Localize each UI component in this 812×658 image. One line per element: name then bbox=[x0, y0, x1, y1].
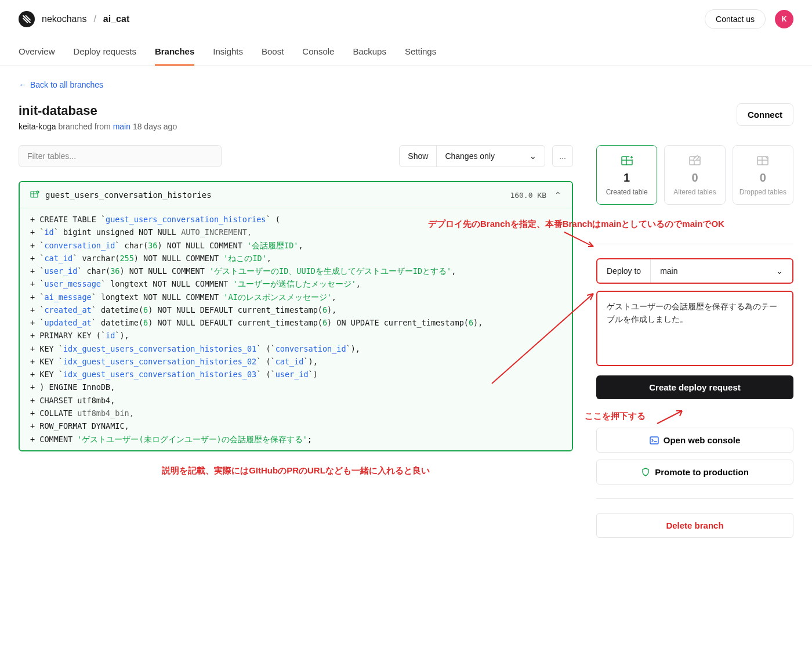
diff-line: + ROW_FORMAT DYNAMIC, bbox=[20, 420, 572, 432]
more-button[interactable]: ... bbox=[552, 145, 573, 167]
table-altered-icon bbox=[688, 154, 702, 168]
contact-button[interactable]: Contact us bbox=[705, 9, 766, 29]
diff-line: + `ai_message` longtext NOT NULL COMMENT… bbox=[20, 291, 572, 303]
branch-age: 18 days ago bbox=[133, 122, 177, 131]
org-name[interactable]: nekochans bbox=[42, 14, 86, 24]
diff-line: + COLLATE utf8mb4_bin, bbox=[20, 407, 572, 420]
stat-created: 1 Created table bbox=[596, 145, 657, 205]
deploy-to-select[interactable]: Deploy to main ⌄ bbox=[596, 258, 793, 284]
diff-line: + KEY `idx_guest_users_conversation_hist… bbox=[20, 355, 572, 368]
tab-insights[interactable]: Insights bbox=[213, 41, 243, 66]
show-label: Show bbox=[400, 146, 437, 167]
diff-line: + `user_message` longtext NOT NULL COMME… bbox=[20, 277, 572, 290]
svg-rect-15 bbox=[650, 437, 658, 444]
diff-body: + CREATE TABLE `guest_users_conversation… bbox=[20, 208, 572, 450]
branch-parent-link[interactable]: main bbox=[113, 122, 130, 131]
arrow-left-icon: ← bbox=[19, 80, 27, 89]
tab-branches[interactable]: Branches bbox=[155, 41, 194, 66]
diff-line: + `cat_id` varchar(255) NOT NULL COMMENT… bbox=[20, 252, 572, 265]
branch-user[interactable]: keita-koga bbox=[19, 122, 56, 131]
stat-dropped-num: 0 bbox=[760, 171, 766, 185]
branch-meta: keita-koga branched from main 18 days ag… bbox=[19, 122, 177, 131]
db-name[interactable]: ai_cat bbox=[103, 14, 129, 24]
stat-created-label: Created table bbox=[606, 188, 648, 196]
stat-altered: 0 Altered tables bbox=[664, 145, 725, 205]
tab-settings[interactable]: Settings bbox=[405, 41, 436, 66]
connect-button[interactable]: Connect bbox=[737, 103, 793, 126]
diff-line: + CHARSET utf8mb4, bbox=[20, 394, 572, 407]
show-value: Changes only bbox=[445, 151, 495, 161]
chevron-up-icon: ⌃ bbox=[554, 190, 561, 200]
diff-line: + ) ENGINE InnoDB, bbox=[20, 381, 572, 393]
diff-line: + KEY `idx_guest_users_conversation_hist… bbox=[20, 368, 572, 381]
diff-line: + `created_at` datetime(6) NOT NULL DEFA… bbox=[20, 303, 572, 316]
back-link[interactable]: ← Back to all branches bbox=[19, 80, 103, 89]
chevron-down-icon: ⌄ bbox=[530, 151, 536, 161]
shield-icon bbox=[641, 468, 650, 477]
stat-created-num: 1 bbox=[624, 171, 630, 185]
diff-table-name: guest_users_conversation_histories bbox=[45, 190, 212, 200]
tab-overview[interactable]: Overview bbox=[19, 41, 55, 66]
create-deploy-request-button[interactable]: Create deploy request bbox=[596, 375, 793, 399]
annotation-press: ここを押下する bbox=[585, 411, 646, 421]
stat-altered-num: 0 bbox=[691, 171, 698, 185]
diff-line: + `conversation_id` char(36) NOT NULL CO… bbox=[20, 239, 572, 252]
table-dropped-icon bbox=[756, 154, 770, 168]
logo[interactable] bbox=[19, 11, 35, 27]
console-icon bbox=[650, 436, 659, 445]
diff-line: + PRIMARY KEY (`id`), bbox=[20, 329, 572, 342]
deploy-description-textarea[interactable]: ゲストユーザーの会話履歴を保存する為のテーブルを作成しました。 bbox=[596, 291, 793, 366]
header: nekochans / ai_cat Contact us K bbox=[0, 0, 812, 29]
filter-tables-input[interactable] bbox=[19, 145, 222, 167]
back-link-text: Back to all branches bbox=[30, 80, 103, 89]
annotation-deploy: デプロイ先のBranchを指定、本番Branchはmainとしているのでmain… bbox=[428, 219, 724, 229]
open-web-console-button[interactable]: Open web console bbox=[596, 428, 793, 453]
promote-production-button[interactable]: Promote to production bbox=[596, 460, 793, 485]
tab-deploy-requests[interactable]: Deploy requests bbox=[74, 41, 136, 66]
diff-line: + COMMENT 'ゲストユーザー(未ログインユーザー)の会話履歴を保存する'… bbox=[20, 433, 572, 446]
show-select[interactable]: Show Changes only ⌄ bbox=[399, 145, 545, 167]
stat-dropped: 0 Dropped tables bbox=[733, 145, 793, 205]
nav-tabs: OverviewDeploy requestsBranchesInsightsB… bbox=[0, 41, 812, 66]
diff-line: + KEY `idx_guest_users_conversation_hist… bbox=[20, 342, 572, 355]
annotation-description: 説明を記載、実際にはGItHubのPRのURLなども一緒に入れると良い bbox=[19, 465, 573, 476]
chevron-down-icon: ⌄ bbox=[776, 266, 783, 276]
table-add-icon bbox=[30, 190, 39, 200]
diff-line: + `updated_at` datetime(6) NOT NULL DEFA… bbox=[20, 316, 572, 329]
breadcrumb-slash: / bbox=[93, 14, 96, 24]
tab-console[interactable]: Console bbox=[302, 41, 334, 66]
table-created-icon bbox=[620, 154, 634, 168]
diff-size: 160.0 KB bbox=[510, 191, 546, 200]
stat-altered-label: Altered tables bbox=[673, 188, 716, 196]
tab-backups[interactable]: Backups bbox=[353, 41, 386, 66]
deploy-value: main bbox=[660, 266, 677, 276]
deploy-label: Deploy to bbox=[597, 259, 651, 283]
avatar[interactable]: K bbox=[775, 10, 793, 28]
tab-boost[interactable]: Boost bbox=[262, 41, 284, 66]
branch-title: init-database bbox=[19, 103, 177, 118]
diff-header[interactable]: guest_users_conversation_histories 160.0… bbox=[20, 182, 572, 208]
delete-branch-button[interactable]: Delete branch bbox=[596, 513, 793, 538]
stat-dropped-label: Dropped tables bbox=[740, 188, 786, 196]
diff-line: + `user_id` char(36) NOT NULL COMMENT 'ゲ… bbox=[20, 265, 572, 277]
